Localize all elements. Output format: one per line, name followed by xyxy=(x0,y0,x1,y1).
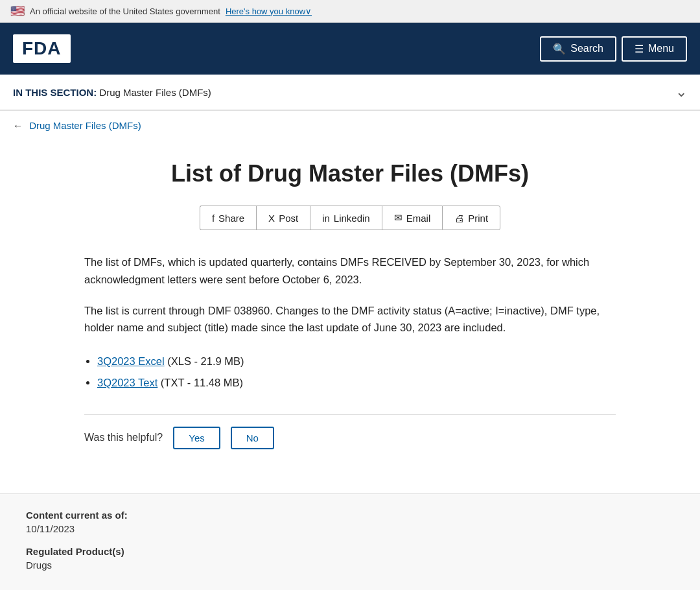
search-icon: 🔍 xyxy=(553,43,566,55)
main-content: List of Drug Master Files (DMFs) f Share… xyxy=(58,140,642,487)
x-icon: X xyxy=(268,213,275,224)
us-flag-icon: 🇺🇸 xyxy=(10,4,25,18)
header-nav: 🔍 Search ☰ Menu xyxy=(540,36,687,62)
excel-file-link[interactable]: 3Q2023 Excel xyxy=(97,355,165,367)
site-header: FDA 🔍 Search ☰ Menu xyxy=(0,23,700,75)
menu-label: Menu xyxy=(648,43,674,54)
fda-logo[interactable]: FDA xyxy=(13,34,71,63)
chevron-down-icon[interactable]: ⌄ xyxy=(675,84,687,100)
how-you-know-link[interactable]: Here's how you know∨ xyxy=(226,6,312,16)
yes-button[interactable]: Yes xyxy=(173,427,220,449)
menu-button[interactable]: ☰ Menu xyxy=(622,36,687,62)
email-button[interactable]: ✉ Email xyxy=(382,206,443,230)
no-button[interactable]: No xyxy=(231,427,274,449)
section-nav-title: IN THIS SECTION: Drug Master Files (DMFs… xyxy=(13,87,211,98)
section-nav: IN THIS SECTION: Drug Master Files (DMFs… xyxy=(0,75,700,111)
gov-banner-text: An official website of the United States… xyxy=(30,6,220,16)
regulated-product-label: Regulated Product(s) xyxy=(26,546,674,557)
footer-meta: Content current as of: 10/11/2023 Regula… xyxy=(0,493,700,590)
body-paragraph-2: The list is current through DMF 038960. … xyxy=(84,302,616,336)
linkedin-button[interactable]: in Linkedin xyxy=(310,206,382,230)
regulated-product-value: Drugs xyxy=(26,560,674,571)
content-date-value: 10/11/2023 xyxy=(26,523,674,534)
content-date-label: Content current as of: xyxy=(26,510,674,521)
share-button[interactable]: f Share xyxy=(200,206,256,230)
helpful-section: Was this helpful? Yes No xyxy=(84,414,616,461)
file-list: 3Q2023 Excel (XLS - 21.9 MB) 3Q2023 Text… xyxy=(97,351,616,394)
section-nav-name: Drug Master Files (DMFs) xyxy=(99,87,211,98)
email-icon: ✉ xyxy=(394,212,402,224)
print-icon: 🖨 xyxy=(454,213,464,224)
section-nav-prefix: IN THIS SECTION: xyxy=(13,87,97,98)
list-item: 3Q2023 Text (TXT - 11.48 MB) xyxy=(97,372,616,394)
breadcrumb-link[interactable]: Drug Master Files (DMFs) xyxy=(29,120,141,131)
helpful-label: Was this helpful? xyxy=(84,432,163,443)
gov-banner: 🇺🇸 An official website of the United Sta… xyxy=(0,0,700,23)
page-title: List of Drug Master Files (DMFs) xyxy=(84,159,616,187)
back-arrow-icon: ← xyxy=(13,120,23,131)
body-paragraph-1: The list of DMFs, which is updated quart… xyxy=(84,254,616,288)
facebook-icon: f xyxy=(212,213,215,224)
menu-icon: ☰ xyxy=(635,43,644,55)
list-item: 3Q2023 Excel (XLS - 21.9 MB) xyxy=(97,351,616,372)
search-button[interactable]: 🔍 Search xyxy=(540,36,616,62)
post-button[interactable]: X Post xyxy=(256,206,310,230)
text-file-link[interactable]: 3Q2023 Text xyxy=(97,377,158,388)
search-label: Search xyxy=(570,43,603,54)
linkedin-icon: in xyxy=(322,213,330,224)
breadcrumb: ← Drug Master Files (DMFs) xyxy=(0,111,700,140)
share-bar: f Share X Post in Linkedin ✉ Email 🖨 Pri… xyxy=(84,206,616,230)
print-button[interactable]: 🖨 Print xyxy=(442,206,500,230)
